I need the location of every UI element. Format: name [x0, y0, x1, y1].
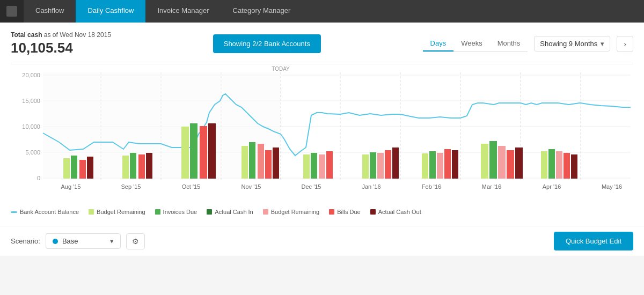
- svg-text:Oct '15: Oct '15: [182, 183, 201, 190]
- total-cash-label: Total cash as of Wed Nov 18 2015: [11, 31, 111, 39]
- nav-tab-category-manager[interactable]: Category Manager: [221, 0, 303, 23]
- legend-budget-remaining-pink: Budget Remaining: [263, 209, 320, 215]
- top-navigation: Cashflow Daily Cashflow Invoice Manager …: [0, 0, 644, 23]
- svg-rect-47: [422, 153, 428, 179]
- svg-rect-29: [181, 127, 189, 179]
- nav-forward-button[interactable]: ›: [617, 36, 633, 52]
- svg-rect-35: [258, 144, 264, 179]
- svg-rect-48: [429, 151, 436, 179]
- main-content: Total cash as of Wed Nov 18 2015 10,105.…: [0, 23, 644, 226]
- chart-container: 20,000 15,000 10,000 5,000 0: [11, 64, 633, 203]
- svg-rect-42: [362, 154, 369, 179]
- nav-tab-daily-cashflow[interactable]: Daily Cashflow: [76, 0, 145, 23]
- total-cash-block: Total cash as of Wed Nov 18 2015 10,105.…: [11, 31, 111, 56]
- svg-rect-52: [481, 144, 488, 179]
- legend-actual-cash-in-icon: [207, 209, 212, 215]
- svg-text:Mar '16: Mar '16: [482, 183, 501, 190]
- svg-rect-33: [241, 146, 248, 179]
- svg-rect-37: [273, 148, 279, 179]
- period-tabs: Days Weeks Months: [423, 36, 528, 52]
- chevron-down-icon: ▾: [110, 237, 114, 245]
- svg-rect-46: [392, 148, 399, 179]
- legend-budget-remaining-pink-icon: [263, 209, 268, 215]
- svg-text:Jan '16: Jan '16: [362, 183, 380, 190]
- svg-text:Sep '15: Sep '15: [121, 183, 141, 190]
- svg-rect-24: [87, 157, 93, 179]
- svg-rect-40: [319, 154, 325, 179]
- svg-rect-21: [63, 158, 70, 179]
- svg-rect-56: [515, 148, 523, 179]
- svg-rect-31: [200, 126, 207, 179]
- svg-rect-51: [452, 150, 458, 179]
- svg-rect-45: [385, 150, 391, 179]
- svg-rect-36: [265, 150, 272, 179]
- svg-text:5,000: 5,000: [25, 149, 40, 156]
- quick-budget-edit-button[interactable]: Quick Budget Edit: [554, 232, 633, 250]
- svg-rect-50: [444, 149, 451, 179]
- legend-invoices-due-icon: [155, 209, 160, 215]
- chart-legend: Bank Account Balance Budget Remaining In…: [11, 203, 633, 219]
- brand-logo-icon: [6, 6, 17, 17]
- legend-actual-cash-out-icon: [370, 209, 376, 215]
- svg-text:May '16: May '16: [602, 183, 622, 190]
- legend-bills-due: Bills Due: [329, 209, 360, 215]
- svg-text:Aug '15: Aug '15: [61, 183, 81, 190]
- scenario-label: Scenario:: [11, 237, 40, 245]
- period-tab-months[interactable]: Months: [490, 36, 528, 51]
- svg-rect-26: [130, 153, 136, 179]
- bottom-bar: Scenario: Base ▾ ⚙ Quick Budget Edit: [0, 226, 644, 256]
- svg-rect-44: [377, 153, 384, 179]
- svg-rect-38: [303, 154, 310, 179]
- svg-rect-60: [564, 153, 570, 179]
- legend-bank-balance-icon: [11, 211, 17, 213]
- svg-rect-25: [122, 156, 129, 179]
- legend-actual-cash-in: Actual Cash In: [207, 209, 253, 215]
- svg-rect-49: [437, 153, 443, 179]
- nav-tab-invoice-manager[interactable]: Invoice Manager: [145, 0, 221, 23]
- svg-rect-57: [541, 151, 547, 179]
- bank-accounts-button[interactable]: Showing 2/2 Bank Accounts: [213, 34, 321, 53]
- legend-bank-balance: Bank Account Balance: [11, 209, 79, 215]
- svg-text:Feb '16: Feb '16: [422, 183, 441, 190]
- cashflow-chart: 20,000 15,000 10,000 5,000 0: [11, 64, 633, 204]
- legend-budget-remaining-green-icon: [89, 209, 94, 215]
- svg-text:0: 0: [37, 175, 40, 181]
- svg-text:Dec '15: Dec '15: [302, 183, 321, 190]
- header-row: Total cash as of Wed Nov 18 2015 10,105.…: [11, 31, 633, 56]
- view-controls: Days Weeks Months Showing 9 Months ▾ ›: [423, 36, 633, 52]
- gear-icon: ⚙: [132, 237, 139, 246]
- svg-text:15,000: 15,000: [22, 98, 40, 104]
- svg-rect-54: [498, 146, 506, 179]
- svg-text:Nov '15: Nov '15: [241, 183, 261, 190]
- svg-text:Apr '16: Apr '16: [543, 183, 561, 190]
- svg-rect-30: [190, 123, 197, 179]
- total-cash-value: 10,105.54: [11, 40, 111, 56]
- period-tab-days[interactable]: Days: [423, 36, 454, 51]
- svg-rect-22: [71, 156, 77, 179]
- legend-actual-cash-out: Actual Cash Out: [370, 209, 421, 215]
- svg-rect-41: [326, 151, 333, 179]
- settings-button[interactable]: ⚙: [126, 233, 145, 249]
- svg-rect-43: [370, 152, 376, 179]
- scenario-select[interactable]: Base ▾: [46, 233, 121, 249]
- nav-brand: [0, 0, 24, 23]
- svg-rect-59: [556, 151, 562, 179]
- svg-text:20,000: 20,000: [22, 72, 40, 78]
- svg-rect-61: [571, 154, 577, 179]
- svg-rect-32: [208, 123, 216, 179]
- svg-rect-28: [146, 153, 152, 179]
- legend-invoices-due: Invoices Due: [155, 209, 197, 215]
- nav-tab-cashflow[interactable]: Cashflow: [24, 0, 76, 23]
- svg-rect-55: [507, 150, 514, 179]
- svg-rect-53: [489, 141, 497, 179]
- period-tab-weeks[interactable]: Weeks: [453, 36, 490, 51]
- legend-bills-due-icon: [329, 209, 334, 215]
- svg-rect-34: [249, 142, 255, 179]
- showing-months-select[interactable]: Showing 9 Months ▾: [534, 36, 610, 51]
- svg-rect-27: [138, 154, 145, 179]
- svg-text:10,000: 10,000: [22, 123, 40, 130]
- svg-text:TODAY: TODAY: [272, 66, 290, 72]
- scenario-row: Scenario: Base ▾ ⚙: [11, 233, 145, 249]
- svg-rect-58: [548, 149, 555, 179]
- chevron-down-icon: ▾: [601, 40, 604, 48]
